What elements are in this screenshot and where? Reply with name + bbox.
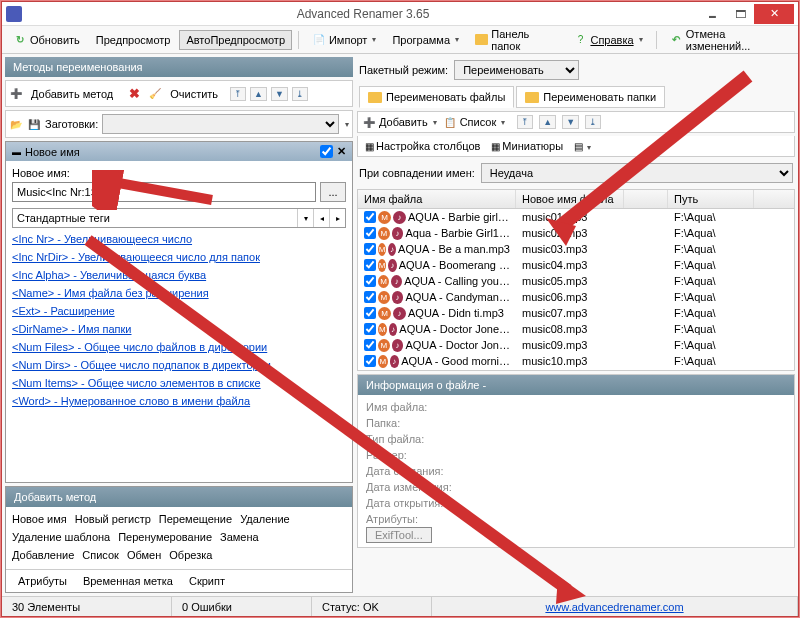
tab-rename-folders[interactable]: Переименовать папки [516,86,665,108]
autopreview-button[interactable]: АвтоПредпросмотр [179,30,292,50]
table-row[interactable]: M♪AQUA - Doctor Jone…music08.mp3F:\Aqua\ [358,321,794,337]
new-name-input[interactable] [12,182,316,202]
folders-panel-button[interactable]: Панель папок [468,24,564,56]
add-method-tab[interactable]: Временная метка [75,572,181,590]
add-method-item[interactable]: Обрезка [169,547,220,563]
row-checkbox[interactable] [364,339,376,351]
row-checkbox[interactable] [364,243,376,255]
table-row[interactable]: M♪AQUA - Barbie girl…music01.mp3F:\Aqua\ [358,209,794,225]
delete-method-button[interactable]: ✖ [125,84,144,103]
undo-button[interactable]: ↶Отмена изменений... [663,24,794,56]
tags-prev-icon[interactable]: ◂ [313,209,329,227]
col-newname[interactable]: Новое имя файла [516,190,624,208]
info-label: Папка: [366,415,786,431]
row-checkbox[interactable] [364,259,376,271]
tags-dropdown-icon[interactable]: ▾ [297,209,313,227]
list-menu-button[interactable]: 📋Список▾ [443,115,506,129]
add-method-item[interactable]: Список [82,547,127,563]
tag-link[interactable]: <Word> - Нумерованное слово в имени файл… [12,392,346,410]
add-method-item[interactable]: Замена [220,529,267,545]
tags-next-icon[interactable]: ▸ [329,209,345,227]
tag-link[interactable]: <Ext> - Расширение [12,302,346,320]
method-close-button[interactable]: ✕ [337,145,346,158]
batch-mode-label: Пакетный режим: [359,64,448,76]
save-icon[interactable]: 💾 [27,117,41,131]
preview-button[interactable]: Предпросмотр [89,30,178,50]
tag-link[interactable]: <Num Dirs> - Общее число подпапок в дире… [12,356,346,374]
table-row[interactable]: M♪AQUA - Calling you…music05.mp3F:\Aqua\ [358,273,794,289]
tag-link[interactable]: <Name> - Имя файла без расширения [12,284,346,302]
list-bottom-button[interactable]: ⤓ [585,115,601,129]
row-checkbox[interactable] [364,227,376,239]
move-bottom-button[interactable]: ⤓ [292,87,308,101]
open-icon[interactable]: 📂 [9,117,23,131]
presets-menu-icon[interactable]: ▾ [345,120,349,129]
add-method-item[interactable]: Обмен [127,547,169,563]
add-method-item[interactable]: Удаление шаблона [12,529,118,545]
move-down-button[interactable]: ▼ [271,87,288,101]
add-method-tab[interactable]: Скрипт [181,572,233,590]
add-method-item[interactable]: Удаление [240,511,298,527]
row-checkbox[interactable] [364,275,376,287]
col-path[interactable]: Путь [668,190,754,208]
help-button[interactable]: ?Справка▾ [566,29,649,51]
row-checkbox[interactable] [364,355,376,367]
table-row[interactable]: M♪AQUA - Candyman…music06.mp3F:\Aqua\ [358,289,794,305]
add-method-item[interactable]: Новый регистр [75,511,159,527]
table-row[interactable]: M♪AQUA - Be a man.mp3music03.mp3F:\Aqua\ [358,241,794,257]
add-method-item[interactable]: Добавление [12,547,82,563]
table-row[interactable]: M♪Aqua - Barbie Girl1…music02.mp3F:\Aqua… [358,225,794,241]
program-button[interactable]: Программа▾ [385,30,466,50]
move-top-button[interactable]: ⤒ [230,87,246,101]
minimize-button[interactable]: 🗕 [698,4,726,24]
table-row[interactable]: M♪AQUA - Good morni…music10.mp3F:\Aqua\ [358,353,794,369]
view-menu-button[interactable]: ▤▾ [571,139,591,153]
tag-link[interactable]: <Num Items> - Общее число элементов в сп… [12,374,346,392]
tag-link[interactable]: <Inc NrDir> - Увеличивающееся число для … [12,248,346,266]
thumbnails-button[interactable]: ▦Миниатюры [488,139,563,153]
presets-select[interactable] [102,114,339,134]
mp3-icon: M [378,259,386,272]
list-up-button[interactable]: ▲ [539,115,556,129]
table-row[interactable]: M♪AQUA - Didn ti.mp3music07.mp3F:\Aqua\ [358,305,794,321]
import-icon: 📄 [312,33,326,47]
col-filename[interactable]: Имя файла [358,190,516,208]
files-toolbar: ➕Добавить▾ 📋Список▾ ⤒ ▲ ▼ ⤓ [357,111,795,133]
website-link[interactable]: www.advancedrenamer.com [545,601,683,613]
table-row[interactable]: M♪AQUA - Boomerang …music04.mp3F:\Aqua\ [358,257,794,273]
collapse-button[interactable]: ▬ [12,147,21,157]
maximize-button[interactable]: 🗖 [726,4,754,24]
import-button[interactable]: 📄Импорт▾ [305,29,383,51]
tab-rename-files[interactable]: Переименовать файлы [359,86,514,108]
batch-mode-select[interactable]: Переименовать [454,60,579,80]
row-checkbox[interactable] [364,323,376,335]
add-method-item[interactable]: Новое имя [12,511,75,527]
tag-link[interactable]: <Num Files> - Общее число файлов в дирек… [12,338,346,356]
row-checkbox[interactable] [364,307,376,319]
mp3-icon: M [378,307,391,320]
pattern-browse-button[interactable]: ... [320,182,346,202]
method-enabled-checkbox[interactable] [320,145,333,158]
tag-link[interactable]: <Inc Nr> - Увеличивающееся число [12,230,346,248]
close-button[interactable]: ✕ [754,4,794,24]
add-files-button[interactable]: ➕Добавить▾ [362,115,437,129]
match-select[interactable]: Неудача [481,163,793,183]
table-row[interactable]: M♪AQUA - Doctor Jon…music09.mp3F:\Aqua\ [358,337,794,353]
col-blank[interactable] [624,190,668,208]
add-method-item[interactable]: Перемещение [159,511,240,527]
tag-link[interactable]: <Inc Alpha> - Увеличивающаяся буква [12,266,346,284]
add-method-button[interactable]: Добавить метод [27,86,117,102]
tag-link[interactable]: <DirName> - Имя папки [12,320,346,338]
row-checkbox[interactable] [364,211,376,223]
move-up-button[interactable]: ▲ [250,87,267,101]
refresh-button[interactable]: ↻Обновить [6,29,87,51]
add-method-item[interactable]: Перенумерование [118,529,220,545]
tags-category-select[interactable]: Стандартные теги [13,209,297,227]
row-checkbox[interactable] [364,291,376,303]
columns-button[interactable]: ▦Настройка столбцов [362,139,480,153]
clear-methods-button[interactable]: Очистить [166,86,222,102]
exiftool-button[interactable]: ExifTool... [366,527,432,543]
list-down-button[interactable]: ▼ [562,115,579,129]
add-method-tab[interactable]: Атрибуты [10,572,75,590]
list-top-button[interactable]: ⤒ [517,115,533,129]
